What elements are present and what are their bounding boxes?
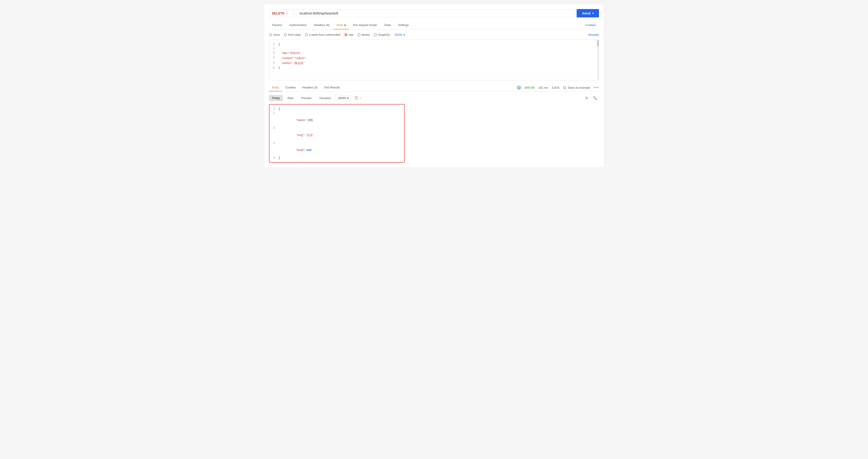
method-label: DELETE — [272, 11, 284, 15]
radio-graphql[interactable]: GraphQL — [374, 33, 390, 36]
req-line-6: 6 } — [269, 66, 599, 70]
format-tab-preview[interactable]: Preview — [298, 95, 315, 101]
response-section: Body Cookies Headers (5) Test Results 🌐 … — [269, 84, 599, 163]
format-tab-pretty[interactable]: Pretty — [269, 95, 283, 101]
radio-raw[interactable]: raw — [344, 33, 353, 36]
radio-circle-binary — [358, 33, 361, 36]
resp-line-1: 1 { — [270, 107, 404, 111]
radio-binary[interactable]: binary — [358, 33, 370, 36]
send-label: Send — [582, 11, 590, 15]
format-tab-visualize[interactable]: Visualize — [316, 95, 334, 101]
radio-circle-x-www — [305, 33, 308, 36]
response-meta: 🌐 200 OK 161 ms 219 B 🖫 Save as example … — [517, 86, 599, 90]
response-format-selector[interactable]: JSON ▾ — [336, 95, 351, 101]
request-tabs: Params Authorization Headers (9) Body Pr… — [269, 21, 599, 29]
radio-inner-raw — [345, 34, 346, 35]
radio-circle-graphql — [374, 33, 377, 36]
request-scrollbar[interactable] — [597, 40, 599, 80]
main-container: DELETE ▾ Send ▾ Params Authorization Hea… — [265, 4, 603, 167]
radio-circle-none — [269, 33, 272, 36]
resp-tab-body[interactable]: Body — [269, 84, 282, 91]
tab-settings[interactable]: Settings — [395, 21, 412, 29]
more-options-button[interactable]: ••• — [594, 86, 599, 90]
tab-authorization[interactable]: Authorization — [286, 21, 310, 29]
resp-line-5: 5 } — [270, 155, 404, 160]
send-chevron-icon: ▾ — [592, 12, 594, 15]
req-line-4: 4 "content":"내용10", — [269, 56, 599, 61]
resp-tab-cookies[interactable]: Cookies — [282, 84, 299, 91]
json-chevron-icon: ▾ — [403, 33, 405, 36]
tab-body[interactable]: Body — [333, 21, 349, 29]
tab-params[interactable]: Params — [269, 21, 285, 29]
req-line-3: 3 "title":"제목10", — [269, 51, 599, 56]
copy-button[interactable]: ⧉ — [583, 95, 590, 101]
response-tabs-row: Body Cookies Headers (5) Test Results 🌐 … — [269, 84, 599, 91]
send-button[interactable]: Send ▾ — [577, 9, 599, 18]
tab-headers[interactable]: Headers (9) — [311, 21, 333, 29]
radio-form-data[interactable]: form-data — [284, 33, 301, 36]
resp-line-2: 2 "status": 200, — [270, 111, 404, 126]
resp-tab-headers[interactable]: Headers (5) — [299, 84, 321, 91]
save-example-label: Save as example — [567, 86, 590, 89]
radio-none[interactable]: none — [269, 33, 280, 36]
method-selector[interactable]: DELETE ▾ — [269, 9, 294, 17]
save-example-button[interactable]: 🖫 Save as example — [563, 86, 590, 90]
req-line-5: 5 "author": "홍길동" — [269, 61, 599, 66]
beautify-button[interactable]: Beautify — [588, 33, 599, 36]
resp-tab-test-results[interactable]: Test Results — [321, 84, 343, 91]
format-chevron-icon: ▾ — [347, 96, 349, 100]
radio-x-www[interactable]: x-www-form-urlencoded — [305, 33, 340, 36]
save-icon: 🖫 — [563, 86, 566, 90]
format-tab-raw[interactable]: Raw — [284, 95, 297, 101]
tab-tests[interactable]: Tests — [381, 21, 394, 29]
response-json-box: 1 { 2 "status": 200, 3 "msg": "성공", 4 — [269, 104, 405, 163]
resp-line-3: 3 "msg": "성공", — [270, 126, 404, 141]
method-chevron-icon: ▾ — [286, 12, 287, 15]
response-size: 219 B — [552, 86, 559, 89]
body-options: none form-data x-www-form-urlencoded raw… — [269, 33, 599, 36]
format-tabs-row: Pretty Raw Preview Visualize JSON ▾ ☰→ ⧉… — [269, 94, 599, 102]
req-line-2: 2 — [269, 47, 599, 51]
url-bar: DELETE ▾ Send ▾ — [269, 9, 599, 18]
tab-pre-request[interactable]: Pre-request Script — [350, 21, 380, 29]
resp-line-4: 4 "body": null — [270, 141, 404, 155]
search-button[interactable]: 🔍 — [591, 95, 599, 101]
globe-icon: 🌐 — [517, 86, 521, 90]
response-time: 161 ms — [538, 86, 548, 89]
body-active-dot — [344, 24, 346, 26]
req-line-1: 1 { — [269, 42, 599, 47]
url-input-wrapper — [296, 9, 575, 17]
request-scrollbar-thumb — [597, 40, 599, 47]
tab-cookies[interactable]: Cookies — [582, 21, 599, 29]
request-body-editor[interactable]: 1 { 2 3 "title":"제목10", 4 "content":"내용1… — [269, 39, 599, 80]
json-type-selector[interactable]: JSON ▾ — [394, 33, 405, 36]
radio-circle-form-data — [284, 33, 287, 36]
url-input[interactable] — [300, 11, 571, 15]
wrap-button[interactable]: ☰→ — [352, 94, 364, 102]
response-status: 200 OK — [525, 86, 535, 89]
radio-circle-raw — [344, 33, 347, 36]
